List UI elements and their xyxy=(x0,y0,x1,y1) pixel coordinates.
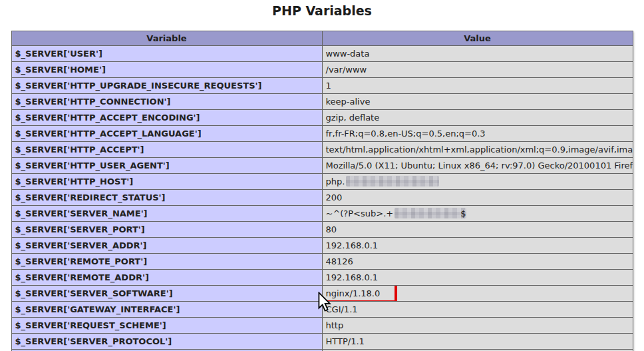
table-row: $_SERVER['HTTP_ACCEPT_LANGUAGE']fr,fr-FR… xyxy=(11,126,633,142)
variable-cell: $_SERVER['SERVER_PROTOCOL'] xyxy=(11,334,322,350)
value-cell: 192.168.0.1 xyxy=(322,270,633,286)
variable-cell: $_SERVER['REQUEST_SCHEME'] xyxy=(11,318,322,334)
value-cell: HTTP/1.1 xyxy=(322,334,633,350)
value-cell: php. xyxy=(322,174,633,190)
value-text: ~^(?P<sub>.+ xyxy=(326,208,394,218)
table-row: $_SERVER['HTTP_CONNECTION']keep-alive xyxy=(11,94,633,110)
table-row: $_SERVER['SERVER_ADDR']192.168.0.1 xyxy=(11,238,633,254)
table-header: Variable Value xyxy=(11,31,633,46)
table-body: $_SERVER['USER']www-data$_SERVER['HOME']… xyxy=(11,46,633,351)
table-row: $_SERVER['SERVER_NAME']~^(?P<sub>.+$ xyxy=(11,206,633,222)
table-row: $_SERVER['HTTP_HOST']php. xyxy=(11,174,633,190)
value-cell: keep-alive xyxy=(322,94,633,110)
value-cell: /var/www xyxy=(322,62,633,78)
value-cell: CGI/1.1 xyxy=(322,302,633,318)
table-row: $_SERVER['HTTP_ACCEPT']text/html,applica… xyxy=(11,142,633,158)
phpinfo-page: PHP Variables Variable Value $_SERVER['U… xyxy=(0,3,644,351)
table-row: $_SERVER['SERVER_SOFTWARE']nginx/1.18.0 xyxy=(11,286,633,302)
variable-cell: $_SERVER['GATEWAY_INTERFACE'] xyxy=(11,302,322,318)
variable-cell: $_SERVER['REDIRECT_STATUS'] xyxy=(11,190,322,206)
value-text: php. xyxy=(326,176,345,186)
variable-cell: $_SERVER['SERVER_NAME'] xyxy=(11,206,322,222)
variable-cell: $_SERVER['HTTP_HOST'] xyxy=(11,174,322,190)
variable-cell: $_SERVER['HTTP_ACCEPT'] xyxy=(11,142,322,158)
page-title: PHP Variables xyxy=(0,3,644,19)
table-row: $_SERVER['REMOTE_ADDR']192.168.0.1 xyxy=(11,270,633,286)
value-cell: 192.168.0.1 xyxy=(322,238,633,254)
redaction-blur xyxy=(346,176,439,186)
table-row: $_SERVER['SERVER_PORT']80 xyxy=(11,222,633,238)
value-cell: nginx/1.18.0 xyxy=(322,286,633,302)
variable-cell: $_SERVER['REMOTE_ADDR'] xyxy=(11,270,322,286)
table-row: $_SERVER['SERVER_PROTOCOL']HTTP/1.1 xyxy=(11,334,633,350)
value-cell: text/html,application/xhtml+xml,applicat… xyxy=(322,142,633,158)
variable-cell: $_SERVER['USER'] xyxy=(11,46,322,62)
table-row: $_SERVER['REMOTE_PORT']48126 xyxy=(11,254,633,270)
variable-cell: $_SERVER['SERVER_PORT'] xyxy=(11,222,322,238)
table-row: $_SERVER['HTTP_ACCEPT_ENCODING']gzip, de… xyxy=(11,110,633,126)
highlight-rectangle xyxy=(322,286,397,302)
value-cell: 80 xyxy=(322,222,633,238)
variable-cell: $_SERVER['HTTP_CONNECTION'] xyxy=(11,94,322,110)
variable-cell: $_SERVER['SERVER_SOFTWARE'] xyxy=(11,286,322,302)
value-cell: 48126 xyxy=(322,254,633,270)
table-row: $_SERVER['REQUEST_SCHEME']http xyxy=(11,318,633,334)
table-row: $_SERVER['USER']www-data xyxy=(11,46,633,62)
table-row: $_SERVER['HTTP_USER_AGENT']Mozilla/5.0 (… xyxy=(11,158,633,174)
variable-cell: $_SERVER['REMOTE_PORT'] xyxy=(11,254,322,270)
value-cell: Mozilla/5.0 (X11; Ubuntu; Linux x86_64; … xyxy=(322,158,633,174)
table-row: $_SERVER['GATEWAY_INTERFACE']CGI/1.1 xyxy=(11,302,633,318)
variable-cell: $_SERVER['HTTP_UPGRADE_INSECURE_REQUESTS… xyxy=(11,78,322,94)
variable-cell: $_SERVER['SERVER_ADDR'] xyxy=(11,238,322,254)
variable-cell: $_SERVER['HOME'] xyxy=(11,62,322,78)
value-cell: www-data xyxy=(322,46,633,62)
table-row: $_SERVER['HTTP_UPGRADE_INSECURE_REQUESTS… xyxy=(11,78,633,94)
table-row: $_SERVER['HOME']/var/www xyxy=(11,62,633,78)
value-cell: fr,fr-FR;q=0.8,en-US;q=0.5,en;q=0.3 xyxy=(322,126,633,142)
value-text: $ xyxy=(460,208,466,218)
table-row: $_SERVER['REDIRECT_STATUS']200 xyxy=(11,190,633,206)
value-cell: 200 xyxy=(322,190,633,206)
column-header-variable: Variable xyxy=(11,31,322,46)
value-cell: http xyxy=(322,318,633,334)
value-cell: gzip, deflate xyxy=(322,110,633,126)
header-row: Variable Value xyxy=(11,31,633,46)
value-cell: ~^(?P<sub>.+$ xyxy=(322,206,633,222)
variable-cell: $_SERVER['HTTP_USER_AGENT'] xyxy=(11,158,322,174)
variable-cell: $_SERVER['HTTP_ACCEPT_LANGUAGE'] xyxy=(11,126,322,142)
redaction-blur xyxy=(395,208,466,218)
value-cell: 1 xyxy=(322,78,633,94)
variable-cell: $_SERVER['HTTP_ACCEPT_ENCODING'] xyxy=(11,110,322,126)
php-variables-table: Variable Value $_SERVER['USER']www-data$… xyxy=(11,31,633,351)
column-header-value: Value xyxy=(322,31,633,46)
